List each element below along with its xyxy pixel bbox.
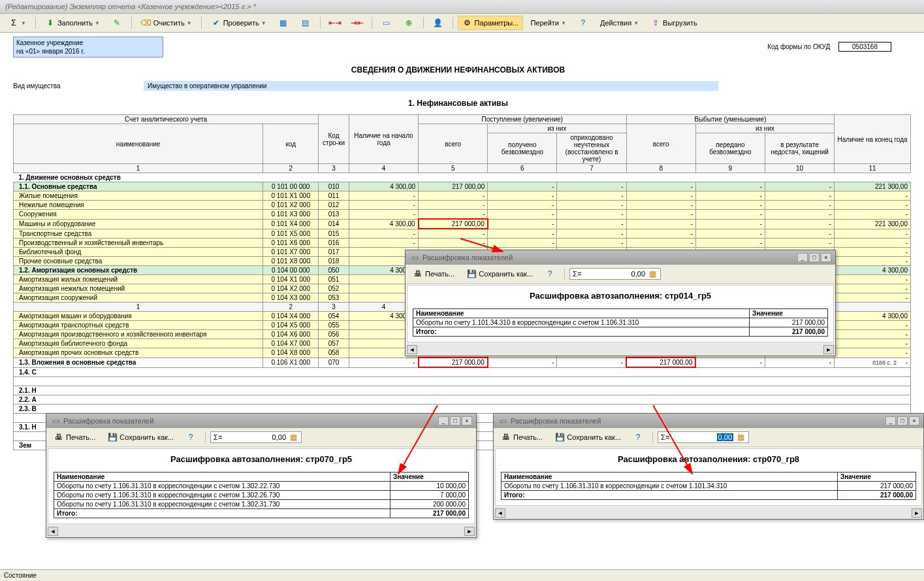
cell[interactable]: Производственный и хозяйственный инвента… [14, 239, 263, 248]
cell[interactable]: Амортизация жилых помещений [14, 275, 263, 284]
icon-btn-1[interactable]: ▦ [274, 16, 293, 30]
scroll-left[interactable]: ◄ [407, 345, 417, 354]
cell[interactable]: - [835, 330, 911, 339]
sigma-field[interactable]: Σ=0,00 ▦ [658, 431, 749, 443]
cell[interactable]: - [626, 210, 695, 220]
icon-btn-7[interactable]: 👤 [428, 16, 448, 30]
scroll-left[interactable]: ◄ [495, 508, 505, 518]
cell[interactable]: 1.2. Амортизация основных средств [14, 266, 263, 275]
cell[interactable]: - [626, 239, 695, 248]
cell[interactable]: - [835, 239, 911, 248]
cell[interactable]: 217 000,00 [419, 219, 488, 229]
cell[interactable]: - [419, 201, 488, 210]
cell[interactable]: - [695, 201, 765, 210]
cell[interactable]: - [349, 210, 418, 220]
cell[interactable]: - [488, 219, 557, 229]
cell[interactable]: 0 104 00 000 [263, 266, 319, 275]
cell[interactable]: 053 [319, 293, 349, 303]
cell[interactable]: - [626, 191, 695, 201]
close-button[interactable]: × [821, 253, 831, 262]
cell[interactable]: - [419, 229, 488, 239]
cell[interactable]: 051 [319, 275, 349, 284]
maximize-button[interactable]: □ [809, 253, 820, 262]
cell[interactable]: - [626, 219, 695, 229]
cell[interactable]: - [835, 321, 911, 330]
cell[interactable]: - [835, 284, 911, 293]
cell[interactable]: Амортизация транспортных средств [14, 321, 263, 330]
cell[interactable]: - [765, 229, 834, 239]
cell[interactable]: - [419, 239, 488, 248]
cell[interactable]: - [557, 357, 626, 367]
cell[interactable]: - [488, 182, 557, 191]
cell[interactable]: 050 [319, 266, 349, 275]
actions-button[interactable]: Действия▼ [596, 17, 643, 29]
icon-btn-2[interactable]: ▤ [296, 16, 315, 30]
cell[interactable]: Амортизация производственного и хозяйств… [14, 330, 263, 339]
cell[interactable]: - [835, 210, 911, 220]
cell[interactable]: 054 [319, 312, 349, 321]
cell[interactable]: 013 [319, 210, 349, 220]
check-button[interactable]: ✔Проверить▼ [206, 16, 271, 30]
cell[interactable]: - [557, 229, 626, 239]
cell[interactable]: 0 104 Х7 000 [263, 339, 319, 348]
cell[interactable]: 0 101 Х8 000 [263, 257, 319, 266]
cell[interactable]: - [557, 219, 626, 229]
cell[interactable]: Жилые помещения [14, 191, 263, 201]
popup-str014-gr5[interactable]: ▭Расшифровка показателей _ □ × 🖶Печать..… [405, 250, 836, 356]
cell[interactable]: 0 104 Х1 000 [263, 275, 319, 284]
cell[interactable]: 056 [319, 330, 349, 339]
sigma-field[interactable]: Σ=0,00 ▦ [210, 431, 302, 443]
cell[interactable]: 010 [319, 182, 349, 191]
cell[interactable]: Амортизация нежилых помещений [14, 284, 263, 293]
cell[interactable]: 4 300,00 [835, 266, 911, 275]
cell[interactable]: - [349, 229, 418, 239]
help-button[interactable]: ? [628, 430, 648, 444]
scroll-right[interactable]: ► [823, 345, 834, 354]
cell[interactable]: Амортизация машин и оборудования [14, 312, 263, 321]
table-row[interactable]: 1.3. Вложения в основные средства0 106 Х… [14, 357, 911, 367]
save-button[interactable]: 💾Сохранить как... [103, 430, 178, 444]
cell[interactable]: - [695, 210, 765, 220]
cell[interactable]: - [349, 191, 418, 201]
property-value[interactable]: Имущество в оперативном управлении [144, 81, 718, 91]
cell[interactable]: 0 104 Х2 000 [263, 284, 319, 293]
cell[interactable]: Транспортные средства [14, 229, 263, 239]
icon-btn-4[interactable]: ⇥⇤ [347, 16, 367, 30]
maximize-button[interactable]: □ [897, 416, 908, 425]
cell[interactable]: 017 [319, 248, 349, 257]
cell[interactable]: - [557, 201, 626, 210]
print-button[interactable]: 🖶Печать... [49, 430, 100, 444]
cell[interactable]: - [557, 182, 626, 191]
cell[interactable]: 016 [319, 239, 349, 248]
cell[interactable]: 4 300,00 [835, 312, 911, 321]
table-row[interactable]: Машины и оборудование0 101 Х4 0000144 30… [14, 219, 911, 229]
help-button[interactable]: ? [573, 16, 593, 30]
cell[interactable]: - [626, 201, 695, 210]
cell[interactable]: 0 101 Х4 000 [263, 219, 319, 229]
cell[interactable]: Амортизация библиотечного фонда [14, 339, 263, 348]
cell[interactable]: - [695, 182, 765, 191]
table-row[interactable]: Жилые помещения0 101 Х1 000011-------- [14, 191, 911, 201]
cell[interactable]: - [835, 191, 911, 201]
save-button[interactable]: 💾Сохранить как... [550, 430, 626, 444]
cell[interactable]: - [488, 201, 557, 210]
cell[interactable]: - [835, 257, 911, 266]
cell[interactable]: Сооружения [14, 210, 263, 220]
cell[interactable]: - [695, 239, 765, 248]
cell[interactable]: - [488, 239, 557, 248]
cell[interactable]: - [557, 239, 626, 248]
cell[interactable]: Амортизация прочих основных средств [14, 348, 263, 358]
cell[interactable]: - [488, 191, 557, 201]
minimize-button[interactable]: _ [438, 416, 449, 425]
cell[interactable]: - [626, 229, 695, 239]
cell[interactable]: Библиотечный фонд [14, 248, 263, 257]
cell[interactable]: - [835, 293, 911, 303]
cell[interactable]: - [349, 201, 418, 210]
cell[interactable]: - [695, 191, 765, 201]
cell[interactable]: - [419, 191, 488, 201]
cell[interactable]: 1.3. Вложения в основные средства [14, 357, 263, 367]
unload-button[interactable]: ⇪Выгрузить [646, 16, 702, 30]
cell[interactable]: 0 101 00 000 [263, 182, 319, 191]
cell[interactable]: 0 101 Х2 000 [263, 201, 319, 210]
minimize-button[interactable]: _ [797, 253, 808, 262]
